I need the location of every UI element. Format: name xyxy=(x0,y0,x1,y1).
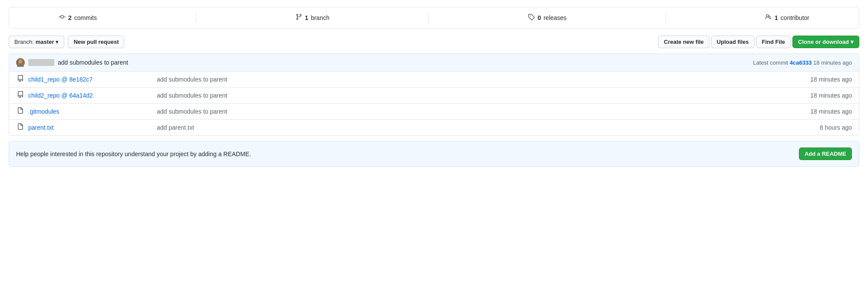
contributors-count: 1 xyxy=(775,14,778,21)
new-pull-request-button[interactable]: New pull request xyxy=(68,36,124,48)
file-name-link[interactable]: child2_repo @ 64a14d2 xyxy=(28,92,150,99)
toolbar-left: Branch: master ▾ New pull request xyxy=(9,36,124,48)
branch-selector[interactable]: Branch: master ▾ xyxy=(9,36,64,48)
stat-divider-3 xyxy=(666,13,666,23)
stats-bar: 2 commits 1 branch 0 releases 1 contribu… xyxy=(9,7,859,29)
file-name-link[interactable]: parent.txt xyxy=(28,124,150,131)
table-row: child1_repo @ 8e182c7add submodules to p… xyxy=(9,72,859,88)
commit-username xyxy=(28,59,54,66)
toolbar-right: Create new file Upload files Find File C… xyxy=(658,36,859,48)
contributors-label: contributor xyxy=(781,14,809,21)
avatar xyxy=(16,58,25,67)
branch-label: Branch: xyxy=(14,39,34,45)
clone-dropdown-icon: ▾ xyxy=(851,39,854,45)
file-commit-message: add parent.txt xyxy=(150,124,787,131)
file-icon xyxy=(16,123,25,132)
file-commit-message: add submodules to parent xyxy=(150,108,787,115)
branches-stat[interactable]: 1 branch xyxy=(295,13,330,22)
branches-label: branch xyxy=(311,14,330,21)
table-row: .gitmodulesadd submodules to parent18 mi… xyxy=(9,104,859,120)
submodule-icon xyxy=(16,75,25,84)
file-commit-message: add submodules to parent xyxy=(150,92,787,99)
commits-count: 2 xyxy=(68,14,72,21)
file-icon xyxy=(16,107,25,116)
commit-header-row: add submodules to parent Latest commit 4… xyxy=(9,54,859,72)
latest-commit-label: Latest commit xyxy=(753,59,788,66)
file-rows: child1_repo @ 8e182c7add submodules to p… xyxy=(9,72,859,135)
readme-text: Help people interested in this repositor… xyxy=(16,151,251,157)
submodule-icon xyxy=(16,91,25,100)
releases-label: releases xyxy=(543,14,567,21)
commit-header-left: add submodules to parent xyxy=(16,58,128,67)
contributors-icon xyxy=(765,13,772,22)
clone-or-download-button[interactable]: Clone or download ▾ xyxy=(792,36,859,48)
commit-time: 18 minutes ago xyxy=(813,59,852,66)
upload-files-button[interactable]: Upload files xyxy=(711,36,755,48)
file-table: add submodules to parent Latest commit 4… xyxy=(9,53,859,136)
toolbar: Branch: master ▾ New pull request Create… xyxy=(9,36,859,48)
readme-banner: Help people interested in this repositor… xyxy=(9,141,859,167)
releases-stat[interactable]: 0 releases xyxy=(528,13,567,22)
branch-icon xyxy=(295,13,302,22)
file-time-ago: 18 minutes ago xyxy=(787,76,852,83)
add-readme-button[interactable]: Add a README xyxy=(799,147,852,160)
branches-count: 1 xyxy=(305,14,308,21)
contributors-stat[interactable]: 1 contributor xyxy=(765,13,809,22)
commit-hash[interactable]: 4ca6333 xyxy=(790,59,812,66)
file-commit-message: add submodules to parent xyxy=(150,76,787,83)
table-row: parent.txtadd parent.txt8 hours ago xyxy=(9,120,859,135)
branch-name: master xyxy=(36,39,54,45)
file-time-ago: 8 hours ago xyxy=(787,124,852,131)
create-new-file-button[interactable]: Create new file xyxy=(658,36,709,48)
clone-label: Clone or download xyxy=(798,39,849,45)
find-file-button[interactable]: Find File xyxy=(756,36,791,48)
commit-meta: Latest commit 4ca6333 18 minutes ago xyxy=(753,59,852,66)
commits-stat[interactable]: 2 commits xyxy=(59,13,97,22)
releases-count: 0 xyxy=(537,14,541,21)
commit-message: add submodules to parent xyxy=(58,59,128,66)
file-time-ago: 18 minutes ago xyxy=(787,92,852,99)
file-time-ago: 18 minutes ago xyxy=(787,108,852,115)
table-row: child2_repo @ 64a14d2add submodules to p… xyxy=(9,88,859,104)
file-name-link[interactable]: child1_repo @ 8e182c7 xyxy=(28,76,150,83)
commits-label: commits xyxy=(74,14,97,21)
commits-icon xyxy=(59,13,66,22)
stat-divider-2 xyxy=(428,13,429,23)
releases-icon xyxy=(528,13,535,22)
stat-divider-1 xyxy=(196,13,196,23)
svg-point-1 xyxy=(19,59,22,64)
branch-dropdown-icon: ▾ xyxy=(56,39,59,45)
file-name-link[interactable]: .gitmodules xyxy=(28,108,150,115)
